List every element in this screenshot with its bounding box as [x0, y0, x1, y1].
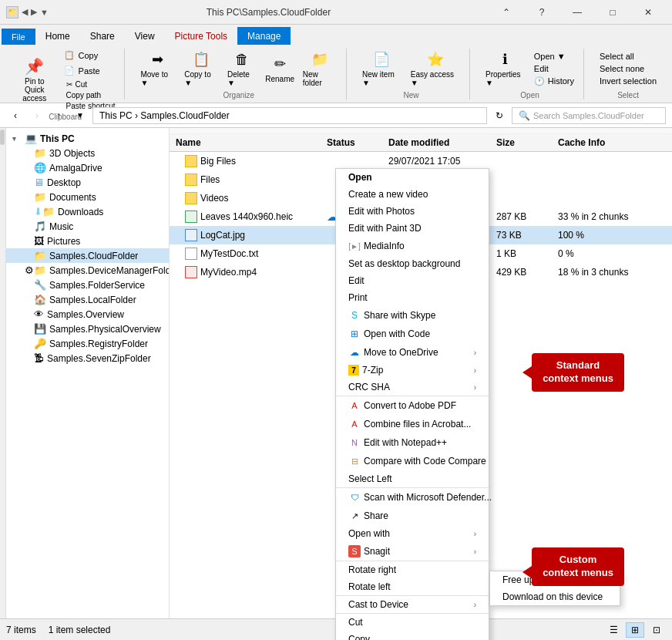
- invert-selection-btn[interactable]: Invert selection: [596, 76, 660, 86]
- sidebar-item-documents[interactable]: 📁 Documents: [6, 190, 169, 204]
- copy-btn[interactable]: 📋 Copy: [60, 49, 119, 62]
- rename-btn[interactable]: ✏ Rename: [264, 53, 297, 85]
- tab-manage[interactable]: Manage: [237, 27, 291, 45]
- sidebar-item-physical[interactable]: 💾 Samples.PhysicalOverview: [6, 322, 169, 336]
- ctx-print[interactable]: Print: [336, 289, 489, 306]
- select-none-btn[interactable]: Select none: [596, 63, 660, 74]
- submenu-download-device[interactable]: Download on this device: [490, 588, 620, 605]
- cache-big-files: [555, 160, 647, 163]
- ctx-rotate-left[interactable]: Rotate left: [336, 578, 489, 595]
- address-path[interactable]: This PC › Samples.CloudFolder: [92, 107, 487, 124]
- sidebar-item-registry[interactable]: 🔑 Samples.RegistryFolder: [6, 336, 169, 351]
- quick-access-down[interactable]: ▼: [40, 8, 49, 17]
- ctx-desktop-bg[interactable]: Set as desktop background: [336, 255, 489, 272]
- ctx-crcsha[interactable]: CRC SHA ›: [336, 379, 489, 396]
- organize-label: Organize: [223, 91, 254, 99]
- sidebar-item-overview[interactable]: 👁 Samples.Overview: [6, 307, 169, 322]
- select-all-btn[interactable]: Select all: [596, 51, 660, 62]
- snagit-icon: S: [348, 545, 361, 557]
- ctx-skype[interactable]: S Share with Skype: [336, 306, 489, 325]
- ctx-copy[interactable]: Copy: [336, 631, 489, 640]
- move-to-btn[interactable]: ➡ Move to ▼: [137, 49, 178, 89]
- sidebar-item-this-pc[interactable]: ▾ 💻 This PC: [6, 131, 169, 146]
- forward-btn[interactable]: ›: [28, 106, 46, 125]
- tab-picture-tools[interactable]: Picture Tools: [165, 27, 237, 45]
- col-header-status[interactable]: Status: [324, 136, 385, 150]
- easy-access-btn[interactable]: ⭐ Easy access ▼: [408, 49, 463, 89]
- properties-btn[interactable]: ℹ Properties ▼: [482, 49, 528, 89]
- extra-view-btn[interactable]: ⊡: [647, 622, 666, 638]
- refresh-btn[interactable]: ↻: [490, 106, 509, 125]
- ctx-share[interactable]: ↗ Share: [336, 507, 489, 525]
- ctx-adobe-pdf[interactable]: A Convert to Adobe PDF: [336, 396, 489, 415]
- col-header-size[interactable]: Size: [493, 136, 555, 150]
- quick-access-back[interactable]: ◀: [22, 7, 28, 17]
- ctx-open-with[interactable]: Open with ›: [336, 525, 489, 542]
- ctx-notepad[interactable]: N Edit with Notepad++: [336, 433, 489, 452]
- sidebar-item-desktop[interactable]: 🖥 Desktop: [6, 175, 169, 190]
- new-item-btn[interactable]: 📄 New item ▼: [359, 49, 405, 89]
- ctx-rotate-right[interactable]: Rotate right: [336, 561, 489, 578]
- sidebar-item-folder-service[interactable]: 🔧 Samples.FolderService: [6, 278, 169, 292]
- copy-path-btn[interactable]: Copy path: [63, 90, 119, 100]
- col-header-name[interactable]: Name: [170, 136, 324, 150]
- quick-access-forward[interactable]: ▶: [31, 7, 37, 17]
- sidebar-item-sevenzip[interactable]: 🗜 Samples.SevenZipFolder: [6, 351, 169, 365]
- search-box[interactable]: 🔍 Search Samples.CloudFolder: [512, 107, 666, 124]
- ctx-cast[interactable]: Cast to Device ›: [336, 595, 489, 613]
- paste-btn[interactable]: 📄 Paste: [60, 64, 119, 78]
- back-btn[interactable]: ‹: [6, 106, 25, 125]
- history-btn[interactable]: 🕐 History: [531, 76, 577, 87]
- ctx-select-left[interactable]: Select Left: [336, 470, 489, 487]
- ctx-open[interactable]: Open: [336, 169, 489, 186]
- ctx-edit-paint3d[interactable]: Edit with Paint 3D: [336, 220, 489, 237]
- details-view-btn[interactable]: ☰: [604, 622, 623, 638]
- ctx-edit-photos[interactable]: Edit with Photos: [336, 203, 489, 220]
- ctx-7zip[interactable]: 7 7-Zip ›: [336, 362, 489, 379]
- size-heic: 287 KB: [493, 210, 555, 224]
- ctx-acrobat-combine[interactable]: A Combine files in Acrobat...: [336, 415, 489, 433]
- col-header-cache[interactable]: Cache Info: [555, 136, 647, 150]
- col-header-modified[interactable]: Date modified: [385, 136, 493, 150]
- sidebar-item-amalgadrive[interactable]: 🌐 AmalgaDrive: [6, 160, 169, 175]
- ctx-snagit[interactable]: S Snagit ›: [336, 542, 489, 561]
- sidebar-item-local[interactable]: 🏠 Samples.LocalFolder: [6, 292, 169, 307]
- ctx-edit[interactable]: Edit: [336, 272, 489, 289]
- sidebar-item-device-manager[interactable]: ⚙📁 Samples.DeviceManagerFolder: [6, 263, 169, 278]
- tab-share[interactable]: Share: [80, 27, 125, 45]
- cut-btn[interactable]: ✂ Cut: [63, 79, 119, 89]
- new-folder-btn[interactable]: 📁 New folder: [300, 49, 340, 89]
- ctx-defender[interactable]: 🛡 Scan with Microsoft Defender...: [336, 487, 489, 507]
- open-ribbon-btn[interactable]: Open ▼: [531, 51, 577, 62]
- tab-home[interactable]: Home: [35, 27, 80, 45]
- maximize-btn[interactable]: □: [595, 0, 630, 25]
- up-btn[interactable]: ↑: [49, 106, 68, 125]
- ctx-onedrive[interactable]: ☁ Move to OneDrive ›: [336, 343, 489, 362]
- sidebar-scroll-thumb[interactable]: [0, 130, 5, 145]
- pin-to-quick-access-btn[interactable]: 📌 Pin to Quickaccess: [12, 56, 57, 104]
- copy-to-btn[interactable]: 📋 Copy to ▼: [181, 49, 221, 89]
- sidebar-item-pictures[interactable]: 🖼 Pictures: [6, 234, 169, 248]
- edit-ribbon-btn[interactable]: Edit: [531, 63, 577, 74]
- tab-file[interactable]: File: [2, 29, 35, 45]
- ctx-cut[interactable]: Cut: [336, 613, 489, 631]
- new-item-icon: 📄: [372, 50, 391, 69]
- tab-view[interactable]: View: [125, 27, 165, 45]
- ctx-vscode[interactable]: ⊞ Open with Code: [336, 325, 489, 343]
- close-btn[interactable]: ✕: [630, 0, 666, 25]
- recent-btn[interactable]: ▼: [71, 106, 89, 125]
- large-icons-btn[interactable]: ⊞: [626, 622, 644, 638]
- sidebar-item-music[interactable]: 🎵 Music: [6, 219, 169, 234]
- minimize-btn[interactable]: —: [559, 0, 595, 25]
- submenu-arrow-7z: ›: [474, 366, 476, 375]
- ctx-codecompare[interactable]: ⊟ Compare with Code Compare: [336, 452, 489, 470]
- delete-btn[interactable]: 🗑 Delete ▼: [224, 49, 260, 89]
- sidebar-item-downloads[interactable]: ⬇📁 Downloads: [6, 204, 169, 219]
- ctx-mediainfo[interactable]: [►] MediaInfo: [336, 237, 489, 255]
- sidebar-item-3d-objects[interactable]: 📁 3D Objects: [6, 146, 169, 160]
- help-btn[interactable]: ?: [524, 0, 559, 25]
- ctx-create-video[interactable]: Create a new video: [336, 186, 489, 203]
- open-ribbon-label: Open ▼: [534, 52, 566, 61]
- expand-btn[interactable]: ⌃: [489, 0, 524, 25]
- sidebar-item-samples-cloud[interactable]: 📁 Samples.CloudFolder: [6, 248, 169, 263]
